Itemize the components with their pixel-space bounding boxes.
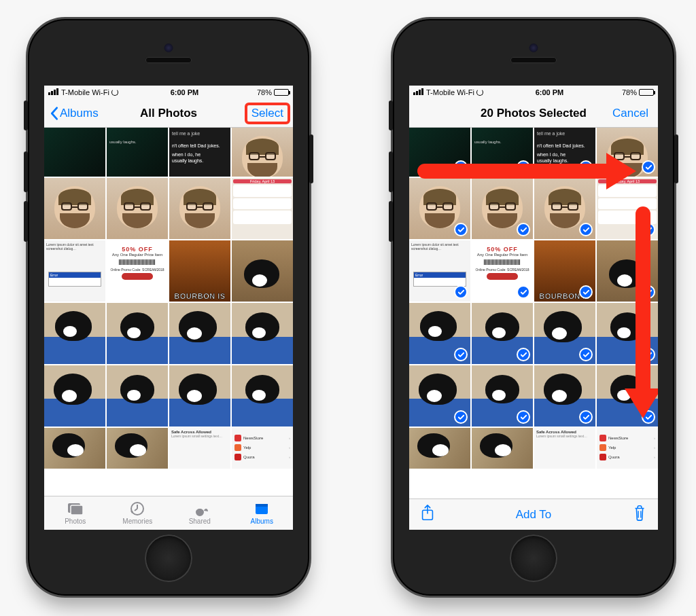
photo-thumb[interactable]: [44, 365, 105, 427]
selected-check-icon: [517, 410, 530, 424]
selected-check-icon: [454, 348, 468, 361]
photo-thumb[interactable]: 50% OFF Any One Regular Price Item Onlin…: [472, 240, 533, 302]
photo-thumb[interactable]: [472, 178, 533, 239]
select-button[interactable]: Select: [245, 103, 290, 124]
photo-thumb[interactable]: BOURBON IS: [534, 240, 595, 302]
photo-thumb[interactable]: [169, 365, 230, 427]
tab-albums[interactable]: Albums: [231, 496, 294, 530]
photo-thumb[interactable]: [44, 178, 105, 239]
photo-thumb[interactable]: tell me a joke n't often tell Dad jokes.…: [169, 128, 230, 177]
selected-check-icon: [454, 223, 468, 236]
selected-check-icon: [642, 160, 655, 174]
selected-check-icon: [579, 348, 593, 361]
battery-icon: [639, 89, 654, 96]
photo-thumb[interactable]: BOURBON IS: [169, 240, 230, 302]
photo-thumb[interactable]: [169, 303, 230, 364]
photo-thumb[interactable]: [472, 365, 533, 427]
photo-thumb[interactable]: [44, 128, 105, 177]
photo-thumb[interactable]: [409, 365, 470, 427]
home-button[interactable]: [510, 535, 557, 582]
selected-check-icon: [517, 348, 530, 361]
tab-bar: Photos Memories Shared Albums: [44, 496, 293, 530]
add-to-button[interactable]: Add To: [435, 508, 632, 522]
photo-thumb[interactable]: [409, 428, 470, 469]
photo-thumb[interactable]: [232, 240, 293, 302]
photo-thumb[interactable]: Lorem ipsum dolor sit amet text screensh…: [44, 240, 105, 302]
carrier-label: T-Mobile Wi-Fi: [426, 88, 474, 96]
selected-check-icon: [454, 285, 468, 299]
photo-thumb[interactable]: [232, 128, 293, 177]
selected-check-icon: [579, 410, 593, 424]
status-bar: T-Mobile Wi-Fi 6:00 PM 78%: [409, 86, 658, 99]
photo-thumb[interactable]: [44, 303, 105, 364]
photo-thumb[interactable]: [232, 365, 293, 427]
photo-thumb[interactable]: [232, 303, 293, 364]
photo-thumb[interactable]: 50% OFF Any One Regular Price Item Onlin…: [107, 240, 168, 302]
navbar: 20 Photos Selected Cancel: [409, 99, 658, 128]
cancel-button[interactable]: Cancel: [608, 105, 652, 122]
photo-thumb[interactable]: [472, 428, 533, 469]
navbar: Albums All Photos Select: [44, 99, 293, 128]
signal-icon: [413, 88, 424, 96]
photo-thumb[interactable]: [534, 365, 595, 427]
trash-button[interactable]: [632, 504, 647, 525]
selected-check-icon: [454, 410, 468, 424]
tab-photos[interactable]: Photos: [44, 496, 107, 530]
photo-thumb[interactable]: Safe Across AllowedLorem ipsum small set…: [534, 428, 595, 469]
battery-icon: [274, 89, 289, 96]
status-time: 6:00 PM: [118, 88, 251, 96]
battery-pct: 78%: [257, 88, 272, 96]
selected-check-icon: [579, 223, 593, 236]
photo-thumb[interactable]: [107, 178, 168, 239]
photo-thumb[interactable]: usually laughs.: [107, 128, 168, 177]
svg-rect-8: [256, 504, 268, 507]
status-bar: T-Mobile Wi-Fi 6:00 PM 78%: [44, 86, 293, 99]
photo-thumb[interactable]: [44, 428, 105, 469]
selected-check-icon: [517, 223, 530, 236]
photo-thumb[interactable]: [107, 365, 168, 427]
screen-left: T-Mobile Wi-Fi 6:00 PM 78%: [44, 86, 293, 530]
selected-check-icon: [579, 285, 593, 299]
selection-toolbar: Add To: [409, 499, 658, 530]
photo-thumb[interactable]: [534, 178, 595, 239]
photo-thumb[interactable]: [409, 303, 470, 364]
photo-thumb[interactable]: NewsStore› Yelp› Quora›: [597, 428, 658, 469]
back-label: Albums: [60, 107, 99, 120]
photo-thumb[interactable]: [169, 178, 230, 239]
tab-shared[interactable]: Shared: [169, 496, 231, 530]
back-button[interactable]: Albums: [50, 107, 99, 120]
photo-thumb[interactable]: [409, 178, 470, 239]
share-button[interactable]: [420, 504, 435, 525]
photo-thumb[interactable]: Lorem ipsum dolor sit amet text screensh…: [409, 240, 470, 302]
photo-thumb[interactable]: Safe Across Allowed Lorem ipsum small se…: [169, 428, 230, 469]
spinner-icon: [476, 89, 483, 96]
photo-thumb[interactable]: [472, 303, 533, 364]
home-button[interactable]: [145, 535, 192, 582]
spinner-icon: [111, 89, 118, 96]
carrier-label: T-Mobile Wi-Fi: [61, 88, 109, 96]
selected-check-icon: [517, 285, 530, 299]
photo-thumb[interactable]: Friday, April 13: [232, 178, 293, 239]
photo-thumb[interactable]: [107, 428, 168, 469]
svg-rect-4: [71, 505, 83, 515]
photo-thumb[interactable]: NewsStore› Yelp› Quora›: [232, 428, 293, 469]
photo-thumb[interactable]: [107, 303, 168, 364]
screen-right: T-Mobile Wi-Fi 6:00 PM 78% 20 Photos Sel…: [409, 86, 658, 530]
tab-memories[interactable]: Memories: [107, 496, 169, 530]
photo-grid[interactable]: usually laughs. tell me a joke n't often…: [44, 128, 293, 496]
phone-right: T-Mobile Wi-Fi 6:00 PM 78% 20 Photos Sel…: [391, 17, 676, 598]
status-time: 6:00 PM: [483, 88, 616, 96]
battery-pct: 78%: [622, 88, 637, 96]
phone-left: T-Mobile Wi-Fi 6:00 PM 78%: [26, 17, 311, 598]
signal-icon: [48, 88, 59, 96]
photo-thumb[interactable]: [534, 303, 595, 364]
